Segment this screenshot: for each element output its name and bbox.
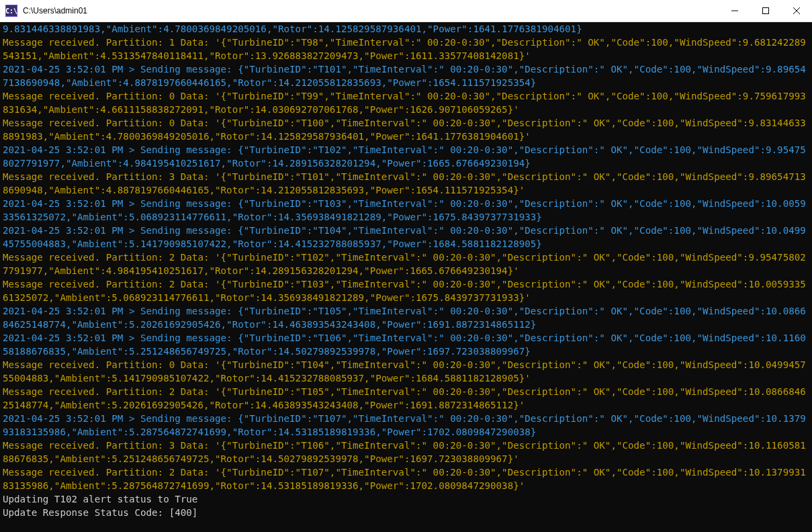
terminal-line: Message received. Partition: 2 Data: '{"… [3,251,809,277]
titlebar[interactable]: C:\ C:\Users\admin01 [0,0,812,22]
terminal-line: Message received. Partition: 2 Data: '{"… [3,385,809,412]
terminal-line: Message received. Partition: 0 Data: '{"… [3,89,809,116]
terminal-line: Message received. Partition: 3 Data: '{"… [3,170,809,197]
terminal-line: 2021-04-25 3:52:01 PM > Sending message:… [3,197,809,224]
svg-rect-1 [763,8,769,14]
minimize-button[interactable] [719,0,750,21]
window-controls [719,0,812,21]
terminal-output[interactable]: 9.831446338891983,"Ambient":4.7800369849… [0,22,812,532]
console-window: C:\ C:\Users\admin01 9.831446338891983,"… [0,0,812,532]
terminal-line: 9.831446338891983,"Ambient":4.7800369849… [3,22,809,36]
terminal-line: 2021-04-25 3:52:01 PM > Sending message:… [3,412,809,439]
terminal-line: Message received. Partition: 2 Data: '{"… [3,277,809,304]
terminal-line: 2021-04-25 3:52:01 PM > Sending message:… [3,304,809,331]
terminal-line: Message received. Partition: 0 Data: '{"… [3,358,809,385]
terminal-line: 2021-04-25 3:52:01 PM > Sending message:… [3,143,809,170]
terminal-line: Message received. Partition: 3 Data: '{"… [3,439,809,466]
terminal-line: Update Response Status Code: [400] [3,506,809,519]
terminal-line: Message received. Partition: 2 Data: '{"… [3,466,809,492]
maximize-button[interactable] [750,0,781,21]
terminal-line: 2021-04-25 3:52:01 PM > Sending message:… [3,62,809,89]
close-button[interactable] [781,0,812,21]
terminal-line: Message received. Partition: 0 Data: '{"… [3,116,809,143]
terminal-line: Updating T102 alert status to True [3,492,809,506]
terminal-line: Message received. Partition: 1 Data: '{"… [3,36,809,62]
terminal-line: 2021-04-25 3:52:01 PM > Sending message:… [3,331,809,358]
terminal-line: 2021-04-25 3:52:01 PM > Sending message:… [3,224,809,251]
app-icon: C:\ [5,5,17,17]
window-title: C:\Users\admin01 [23,6,719,15]
